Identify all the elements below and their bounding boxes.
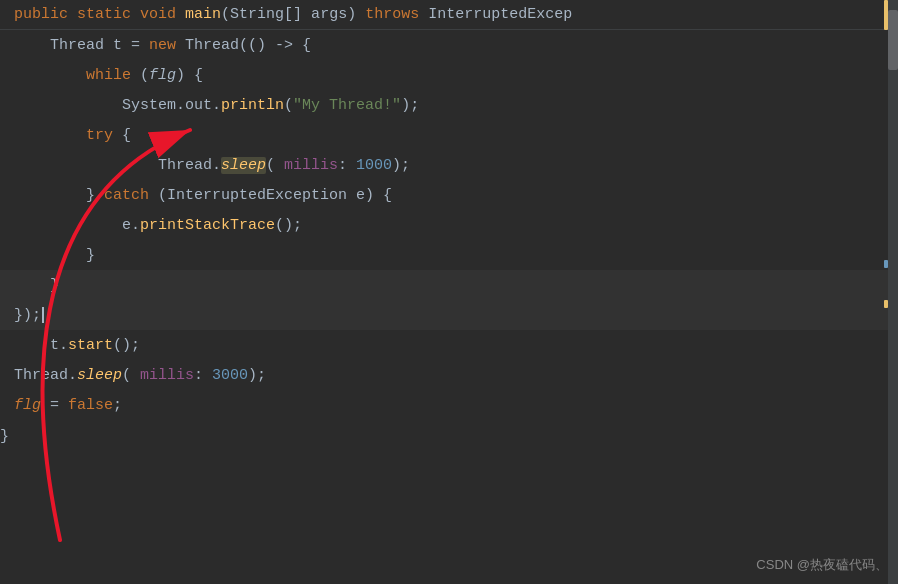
text-cursor bbox=[42, 307, 44, 323]
code-line-11: t . start (); bbox=[0, 330, 898, 360]
keyword-void: void bbox=[140, 6, 176, 23]
keyword-static: static bbox=[77, 6, 131, 23]
keyword-throws: throws bbox=[365, 6, 419, 23]
code-line-14: } bbox=[0, 420, 898, 450]
watermark: CSDN @热夜磕代码、 bbox=[756, 556, 888, 574]
code-line-header: public static void main (String[] args) … bbox=[0, 0, 898, 30]
method-main: main bbox=[185, 6, 221, 23]
indicator-3 bbox=[884, 300, 888, 308]
code-line-13: flg = false ; bbox=[0, 390, 898, 420]
keyword-public: public bbox=[14, 6, 68, 23]
code-line-5: Thread . sleep ( millis : 1000 ); bbox=[0, 150, 898, 180]
code-line-3: System . out . println ( "My Thread!" ); bbox=[0, 90, 898, 120]
code-line-6: } catch ( InterruptedException e) { bbox=[0, 180, 898, 210]
code-line-10: }); bbox=[0, 300, 898, 330]
sleep-highlight: sleep bbox=[221, 157, 266, 174]
code-line-2: while ( flg ) { bbox=[0, 60, 898, 90]
indicator-1 bbox=[884, 0, 888, 30]
line-indicators bbox=[884, 0, 888, 584]
code-line-12: Thread . sleep ( millis : 3000 ); bbox=[0, 360, 898, 390]
indicator-2 bbox=[884, 260, 888, 268]
code-line-4: try { bbox=[0, 120, 898, 150]
code-line-1: Thread t = new Thread (() -> { bbox=[0, 30, 898, 60]
code-editor: public static void main (String[] args) … bbox=[0, 0, 898, 584]
code-line-9: } bbox=[0, 270, 898, 300]
code-line-7: e . printStackTrace (); bbox=[0, 210, 898, 240]
scrollbar-track[interactable] bbox=[888, 0, 898, 584]
scrollbar-thumb[interactable] bbox=[888, 10, 898, 70]
code-line-8: } bbox=[0, 240, 898, 270]
